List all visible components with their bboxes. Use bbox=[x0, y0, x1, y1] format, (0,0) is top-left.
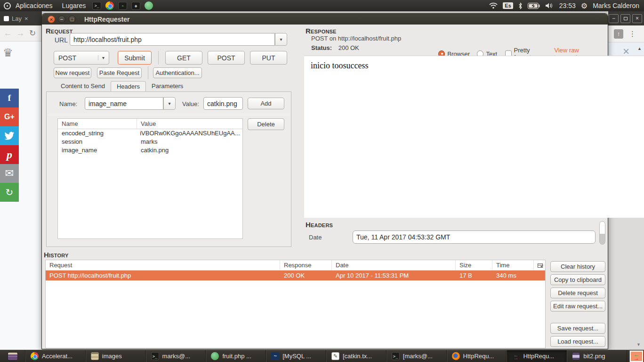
table-row[interactable]: image_name catkin.png bbox=[58, 146, 242, 155]
browser-tab-label[interactable]: Lay bbox=[12, 15, 22, 22]
app-icon bbox=[211, 352, 219, 360]
table-row[interactable]: session marks bbox=[58, 138, 242, 146]
chrome-launcher-icon[interactable] bbox=[105, 1, 114, 10]
get-button[interactable]: GET bbox=[165, 51, 202, 65]
tab-parameters[interactable]: Parameters bbox=[146, 81, 189, 91]
taskbar-item-firefox-httprequester[interactable]: HttpRequ... bbox=[447, 350, 507, 362]
taskbar-item-label: HttpRequ... bbox=[463, 353, 494, 360]
taskbar-item-terminal-2[interactable]: >_ [marks@... bbox=[386, 350, 447, 362]
taskbar-item-label: [catkin.tx... bbox=[343, 353, 372, 360]
row-name: session bbox=[58, 138, 137, 146]
volume-icon[interactable] bbox=[545, 2, 554, 9]
bluetooth-icon[interactable] bbox=[518, 2, 523, 9]
method-select[interactable]: POST ▾ bbox=[54, 51, 109, 65]
gear-icon[interactable]: ⚙ bbox=[581, 1, 588, 10]
menu-applications[interactable]: Aplicaciones bbox=[11, 2, 57, 9]
taskbar-item-images[interactable]: images bbox=[86, 350, 146, 362]
browser-toolbar-right: ↑ ⋮ bbox=[608, 25, 644, 42]
headers-scrollbar[interactable] bbox=[599, 221, 605, 245]
window-restore-icon[interactable] bbox=[620, 14, 630, 23]
menu-places[interactable]: Lugares bbox=[57, 2, 91, 9]
column-picker-icon bbox=[538, 263, 543, 268]
maximize-icon[interactable]: □ bbox=[68, 16, 76, 23]
taskbar-item-fruit-php[interactable]: fruit.php ... bbox=[206, 350, 266, 362]
url-input[interactable] bbox=[70, 33, 275, 46]
background-browser-left: Lay × ← → ↻ ♛ f G+ p ✉ bbox=[0, 11, 42, 350]
history-col-time[interactable]: Time bbox=[492, 260, 534, 270]
text-editor-icon: ✎ bbox=[331, 352, 339, 360]
workspace-switcher-button[interactable] bbox=[0, 350, 25, 362]
delete-request-button[interactable]: Delete request bbox=[550, 288, 605, 298]
clock[interactable]: 23:53 bbox=[559, 2, 576, 9]
paste-request-button[interactable]: Paste Request bbox=[97, 67, 142, 78]
authentication-button[interactable]: Authentication... bbox=[153, 67, 202, 78]
delete-button[interactable]: Delete bbox=[248, 118, 284, 130]
user-menu[interactable]: Marks Calderon bbox=[593, 2, 639, 9]
reload-icon[interactable]: ↻ bbox=[29, 28, 36, 38]
col-header-value[interactable]: Value bbox=[137, 119, 160, 129]
url-history-dropdown[interactable]: ▾ bbox=[275, 33, 287, 46]
col-header-name[interactable]: Name bbox=[58, 119, 137, 129]
google-plus-share-icon[interactable]: G+ bbox=[0, 107, 19, 126]
submit-button[interactable]: Submit bbox=[118, 51, 152, 65]
system-monitor-icon[interactable]: ⌁ bbox=[118, 2, 127, 10]
battery-icon[interactable] bbox=[528, 3, 540, 9]
column-picker-button[interactable] bbox=[534, 260, 545, 270]
window-close-icon[interactable]: × bbox=[632, 14, 642, 23]
save-request-button[interactable]: Save request... bbox=[550, 323, 605, 334]
history-col-size[interactable]: Size bbox=[456, 260, 492, 270]
new-request-button[interactable]: New request bbox=[54, 67, 91, 78]
copy-to-clipboard-button[interactable]: Copy to clipboard bbox=[550, 274, 605, 285]
tab-headers[interactable]: Headers bbox=[111, 81, 146, 92]
post-button[interactable]: POST bbox=[208, 51, 245, 65]
taskbar-item-mysql[interactable]: ~ [MySQL ... bbox=[266, 350, 326, 362]
header-name-dropdown[interactable]: ▾ bbox=[163, 97, 176, 110]
taskbar-item-terminal[interactable]: >_ marks@... bbox=[146, 350, 206, 362]
taskbar-item-bit2-png[interactable]: bit2.png bbox=[567, 350, 627, 362]
wifi-icon[interactable] bbox=[489, 2, 498, 9]
history-row-selected[interactable]: POST http://localhost/fruit.php 200 OK A… bbox=[46, 271, 545, 280]
screenshot-icon[interactable]: ◉ bbox=[131, 2, 140, 10]
twitter-share-icon[interactable] bbox=[0, 126, 19, 145]
response-body[interactable]: inicio toosuccess bbox=[304, 56, 644, 218]
close-icon[interactable]: × bbox=[48, 16, 55, 23]
app-launcher-icon[interactable] bbox=[145, 1, 153, 10]
pinterest-share-icon[interactable]: p bbox=[0, 145, 19, 164]
ubuntu-logo-icon[interactable] bbox=[4, 2, 11, 9]
put-button[interactable]: PUT bbox=[250, 51, 287, 65]
email-share-icon[interactable]: ✉ bbox=[0, 164, 19, 183]
history-col-date[interactable]: Date bbox=[332, 260, 456, 270]
edit-raw-request-button[interactable]: Edit raw request... bbox=[550, 301, 605, 312]
scrollbar-down-icon[interactable]: ▼ bbox=[636, 342, 641, 347]
terminal-icon: >_ bbox=[392, 352, 400, 360]
minimize-icon[interactable]: − bbox=[58, 16, 65, 23]
window-titlebar[interactable]: × − □ HttpRequester bbox=[42, 14, 608, 25]
taskbar-item-httprequester-active[interactable]: ←→ HttpRequ... bbox=[507, 350, 567, 362]
taskbar-item-chrome[interactable]: Accelerat... bbox=[25, 350, 86, 362]
terminal-launcher-icon[interactable]: >_ bbox=[92, 2, 101, 10]
facebook-share-icon[interactable]: f bbox=[0, 89, 19, 107]
httprequester-attention-icon[interactable]: ← → bbox=[630, 351, 643, 362]
date-header-label: Date bbox=[309, 234, 322, 241]
window-minimize-icon[interactable]: − bbox=[609, 14, 619, 23]
tab-close-icon[interactable]: × bbox=[24, 15, 28, 22]
load-request-button[interactable]: Load request... bbox=[550, 336, 605, 347]
header-name-input[interactable] bbox=[85, 97, 163, 110]
browser-menu-icon[interactable]: ⋮ bbox=[629, 30, 636, 38]
history-col-request[interactable]: Request bbox=[46, 260, 280, 270]
add-button[interactable]: Add bbox=[248, 98, 284, 109]
taskbar-item-catkin-txt[interactable]: ✎ [catkin.tx... bbox=[326, 350, 386, 362]
history-col-response[interactable]: Response bbox=[280, 260, 332, 270]
tab-content-to-send[interactable]: Content to Send bbox=[55, 81, 111, 91]
forward-icon[interactable]: → bbox=[16, 29, 24, 38]
table-row[interactable]: encoded_string iVBORw0KGgoAAAANSUhEUgAA.… bbox=[58, 129, 242, 138]
keyboard-layout-indicator[interactable]: Es bbox=[503, 2, 513, 9]
sharethis-share-icon[interactable]: ↻ bbox=[0, 183, 19, 202]
request-section-label: Request bbox=[46, 27, 72, 35]
clear-history-button[interactable]: Clear history bbox=[550, 261, 605, 272]
upload-arrow-icon[interactable]: ↑ bbox=[614, 29, 623, 39]
scrollbar-up-icon[interactable]: ▲ bbox=[637, 46, 642, 51]
back-icon[interactable]: ← bbox=[4, 29, 12, 38]
date-header-value[interactable] bbox=[353, 230, 596, 244]
header-value-input[interactable] bbox=[203, 97, 243, 110]
